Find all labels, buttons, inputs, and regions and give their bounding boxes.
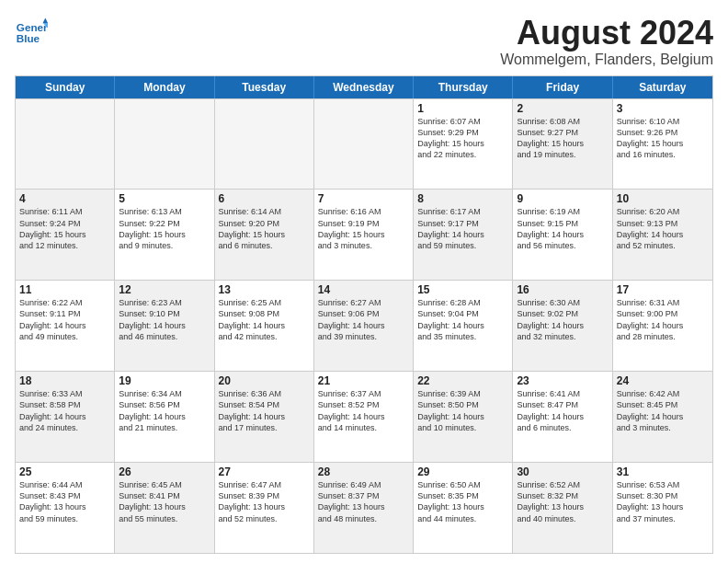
header-saturday: Saturday bbox=[613, 76, 712, 98]
day-number: 29 bbox=[417, 465, 508, 478]
day-number: 3 bbox=[617, 102, 709, 115]
day-info: Sunrise: 6:37 AMSunset: 8:52 PMDaylight:… bbox=[318, 388, 409, 433]
day-number: 2 bbox=[517, 102, 608, 115]
table-row: 30Sunrise: 6:52 AMSunset: 8:32 PMDayligh… bbox=[513, 463, 612, 553]
table-row: 11Sunrise: 6:22 AMSunset: 9:11 PMDayligh… bbox=[16, 281, 115, 371]
table-row: 16Sunrise: 6:30 AMSunset: 9:02 PMDayligh… bbox=[513, 281, 612, 371]
day-number: 16 bbox=[517, 283, 608, 296]
day-number: 28 bbox=[318, 465, 409, 478]
day-info: Sunrise: 6:39 AMSunset: 8:50 PMDaylight:… bbox=[417, 388, 508, 433]
day-info: Sunrise: 6:47 AMSunset: 8:39 PMDaylight:… bbox=[219, 479, 310, 524]
day-number: 13 bbox=[219, 283, 310, 296]
table-row: 10Sunrise: 6:20 AMSunset: 9:13 PMDayligh… bbox=[613, 190, 712, 280]
week-row-1: 1Sunrise: 6:07 AMSunset: 9:29 PMDaylight… bbox=[16, 98, 712, 190]
day-number: 25 bbox=[19, 465, 110, 478]
day-number: 23 bbox=[517, 374, 608, 387]
day-info: Sunrise: 6:41 AMSunset: 8:47 PMDaylight:… bbox=[517, 388, 608, 433]
day-info: Sunrise: 6:33 AMSunset: 8:58 PMDaylight:… bbox=[19, 388, 110, 433]
day-number: 10 bbox=[617, 192, 709, 205]
table-row: 27Sunrise: 6:47 AMSunset: 8:39 PMDayligh… bbox=[215, 463, 314, 553]
table-row: 13Sunrise: 6:25 AMSunset: 9:08 PMDayligh… bbox=[215, 281, 314, 371]
logo-icon: General Blue bbox=[15, 15, 48, 48]
calendar-header: Sunday Monday Tuesday Wednesday Thursday… bbox=[16, 76, 712, 98]
day-info: Sunrise: 6:28 AMSunset: 9:04 PMDaylight:… bbox=[417, 297, 508, 342]
calendar-body: 1Sunrise: 6:07 AMSunset: 9:29 PMDaylight… bbox=[16, 98, 712, 553]
table-row: 21Sunrise: 6:37 AMSunset: 8:52 PMDayligh… bbox=[314, 372, 414, 462]
day-number: 20 bbox=[219, 374, 310, 387]
header-friday: Friday bbox=[513, 76, 612, 98]
day-number: 1 bbox=[417, 102, 508, 115]
table-row: 14Sunrise: 6:27 AMSunset: 9:06 PMDayligh… bbox=[314, 281, 414, 371]
day-info: Sunrise: 6:52 AMSunset: 8:32 PMDaylight:… bbox=[517, 479, 608, 524]
day-info: Sunrise: 6:19 AMSunset: 9:15 PMDaylight:… bbox=[517, 206, 608, 251]
day-info: Sunrise: 6:34 AMSunset: 8:56 PMDaylight:… bbox=[119, 388, 210, 433]
table-row: 1Sunrise: 6:07 AMSunset: 9:29 PMDaylight… bbox=[414, 99, 513, 190]
day-info: Sunrise: 6:25 AMSunset: 9:08 PMDaylight:… bbox=[219, 297, 310, 342]
table-row: 23Sunrise: 6:41 AMSunset: 8:47 PMDayligh… bbox=[513, 372, 612, 462]
table-row: 3Sunrise: 6:10 AMSunset: 9:26 PMDaylight… bbox=[613, 99, 712, 190]
day-info: Sunrise: 6:44 AMSunset: 8:43 PMDaylight:… bbox=[19, 479, 110, 524]
day-info: Sunrise: 6:23 AMSunset: 9:10 PMDaylight:… bbox=[119, 297, 210, 342]
calendar: Sunday Monday Tuesday Wednesday Thursday… bbox=[15, 75, 713, 554]
day-info: Sunrise: 6:30 AMSunset: 9:02 PMDaylight:… bbox=[517, 297, 608, 342]
week-row-3: 11Sunrise: 6:22 AMSunset: 9:11 PMDayligh… bbox=[16, 280, 712, 371]
table-row: 26Sunrise: 6:45 AMSunset: 8:41 PMDayligh… bbox=[115, 463, 214, 553]
day-info: Sunrise: 6:31 AMSunset: 9:00 PMDaylight:… bbox=[617, 297, 709, 342]
header-tuesday: Tuesday bbox=[215, 76, 314, 98]
week-row-4: 18Sunrise: 6:33 AMSunset: 8:58 PMDayligh… bbox=[16, 371, 712, 462]
page: General Blue August 2024 Wommelgem, Flan… bbox=[0, 0, 728, 563]
day-number: 21 bbox=[318, 374, 409, 387]
day-number: 19 bbox=[119, 374, 210, 387]
day-info: Sunrise: 6:13 AMSunset: 9:22 PMDaylight:… bbox=[119, 206, 210, 251]
table-row bbox=[16, 99, 115, 190]
svg-text:Blue: Blue bbox=[17, 32, 40, 44]
header-wednesday: Wednesday bbox=[314, 76, 414, 98]
day-info: Sunrise: 6:36 AMSunset: 8:54 PMDaylight:… bbox=[219, 388, 310, 433]
table-row: 8Sunrise: 6:17 AMSunset: 9:17 PMDaylight… bbox=[414, 190, 513, 280]
table-row: 4Sunrise: 6:11 AMSunset: 9:24 PMDaylight… bbox=[16, 190, 115, 280]
day-info: Sunrise: 6:50 AMSunset: 8:35 PMDaylight:… bbox=[417, 479, 508, 524]
day-number: 18 bbox=[19, 374, 110, 387]
day-number: 12 bbox=[119, 283, 210, 296]
day-info: Sunrise: 6:10 AMSunset: 9:26 PMDaylight:… bbox=[617, 116, 709, 161]
day-info: Sunrise: 6:14 AMSunset: 9:20 PMDaylight:… bbox=[219, 206, 310, 251]
day-number: 4 bbox=[19, 192, 110, 205]
table-row bbox=[215, 99, 314, 190]
week-row-2: 4Sunrise: 6:11 AMSunset: 9:24 PMDaylight… bbox=[16, 189, 712, 280]
day-info: Sunrise: 6:53 AMSunset: 8:30 PMDaylight:… bbox=[617, 479, 709, 524]
header-monday: Monday bbox=[115, 76, 214, 98]
table-row: 25Sunrise: 6:44 AMSunset: 8:43 PMDayligh… bbox=[16, 463, 115, 553]
header: General Blue August 2024 Wommelgem, Flan… bbox=[15, 15, 713, 68]
day-number: 7 bbox=[318, 192, 409, 205]
table-row: 2Sunrise: 6:08 AMSunset: 9:27 PMDaylight… bbox=[513, 99, 612, 190]
day-number: 11 bbox=[19, 283, 110, 296]
day-info: Sunrise: 6:08 AMSunset: 9:27 PMDaylight:… bbox=[517, 116, 608, 161]
day-info: Sunrise: 6:45 AMSunset: 8:41 PMDaylight:… bbox=[119, 479, 210, 524]
table-row: 19Sunrise: 6:34 AMSunset: 8:56 PMDayligh… bbox=[115, 372, 214, 462]
header-thursday: Thursday bbox=[414, 76, 513, 98]
day-info: Sunrise: 6:22 AMSunset: 9:11 PMDaylight:… bbox=[19, 297, 110, 342]
week-row-5: 25Sunrise: 6:44 AMSunset: 8:43 PMDayligh… bbox=[16, 462, 712, 553]
day-info: Sunrise: 6:20 AMSunset: 9:13 PMDaylight:… bbox=[617, 206, 709, 251]
table-row bbox=[314, 99, 414, 190]
day-number: 31 bbox=[617, 465, 709, 478]
table-row: 9Sunrise: 6:19 AMSunset: 9:15 PMDaylight… bbox=[513, 190, 612, 280]
day-number: 14 bbox=[318, 283, 409, 296]
day-number: 6 bbox=[219, 192, 310, 205]
day-number: 15 bbox=[417, 283, 508, 296]
table-row: 20Sunrise: 6:36 AMSunset: 8:54 PMDayligh… bbox=[215, 372, 314, 462]
day-number: 22 bbox=[417, 374, 508, 387]
location: Wommelgem, Flanders, Belgium bbox=[500, 52, 713, 68]
table-row: 15Sunrise: 6:28 AMSunset: 9:04 PMDayligh… bbox=[414, 281, 513, 371]
day-number: 8 bbox=[417, 192, 508, 205]
table-row: 12Sunrise: 6:23 AMSunset: 9:10 PMDayligh… bbox=[115, 281, 214, 371]
title-block: August 2024 Wommelgem, Flanders, Belgium bbox=[500, 15, 713, 68]
day-number: 27 bbox=[219, 465, 310, 478]
day-info: Sunrise: 6:11 AMSunset: 9:24 PMDaylight:… bbox=[19, 206, 110, 251]
table-row: 6Sunrise: 6:14 AMSunset: 9:20 PMDaylight… bbox=[215, 190, 314, 280]
day-number: 17 bbox=[617, 283, 709, 296]
day-number: 5 bbox=[119, 192, 210, 205]
day-info: Sunrise: 6:17 AMSunset: 9:17 PMDaylight:… bbox=[417, 206, 508, 251]
day-number: 26 bbox=[119, 465, 210, 478]
day-number: 9 bbox=[517, 192, 608, 205]
